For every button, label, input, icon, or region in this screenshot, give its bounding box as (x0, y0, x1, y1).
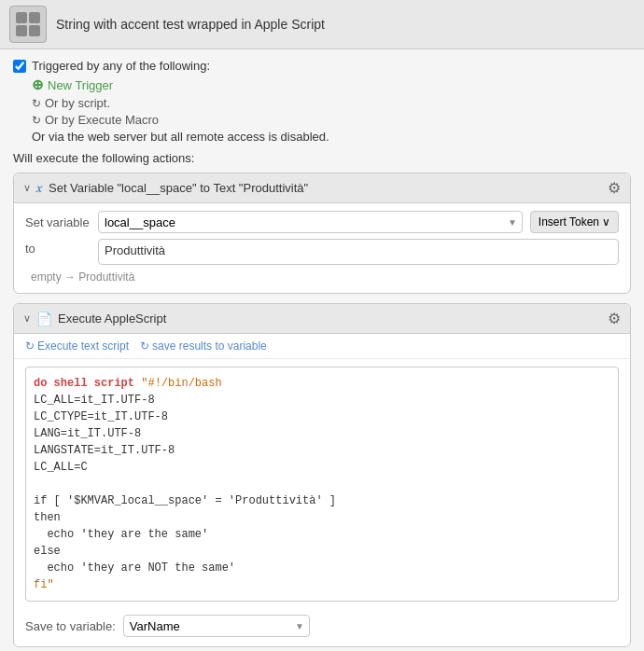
svg-rect-2 (16, 25, 27, 36)
execute-applescript-header: ∨ 📄 Execute AppleScript ⚙ (14, 304, 630, 334)
execute-applescript-header-left: ∨ 📄 Execute AppleScript (23, 312, 166, 326)
execute-applescript-doc-icon: 📄 (36, 312, 52, 326)
execute-applescript-title: Execute AppleScript (58, 312, 166, 326)
svg-rect-0 (16, 12, 27, 23)
action-card-set-variable: ∨ 𝒙 Set Variable "local__space" to Text … (13, 173, 631, 294)
script-line-13: fi" (34, 576, 610, 593)
save-to-label: Save to variable: (25, 619, 116, 633)
macro-icon (9, 6, 47, 43)
main-content: Triggered by any of the following: ⊕ New… (0, 49, 644, 651)
triggered-label: Triggered by any of the following: (32, 59, 210, 73)
script-line-8: if [ '$KMVAR_local__space' = 'Produttivi… (34, 492, 610, 509)
will-execute-label: Will execute the following actions: (13, 151, 194, 165)
script-line-9: then (34, 509, 610, 526)
insert-token-arrow-icon: ∨ (602, 215, 610, 229)
script-arrow-icon: ↻ (32, 97, 41, 110)
svg-rect-3 (29, 25, 40, 36)
script-line-10: echo 'they are the same' (34, 526, 610, 543)
script-line-5: LANGSTATE=it_IT.UTF-8 (34, 442, 610, 459)
svg-rect-1 (29, 12, 40, 23)
set-variable-icon: 𝒙 (36, 180, 43, 196)
or-by-execute[interactable]: ↻ Or by Execute Macro (32, 113, 631, 127)
macro-title: String with accent test wrapped in Apple… (56, 17, 325, 32)
set-variable-gear-icon[interactable]: ⚙ (608, 179, 621, 197)
to-input[interactable]: Produttività (98, 239, 619, 265)
new-trigger-link[interactable]: ⊕ New Trigger (32, 76, 631, 93)
set-variable-select-wrapper: local__space ▼ (98, 211, 523, 233)
script-line-2: LC_ALL=it_IT.UTF-8 (34, 392, 610, 409)
script-line-6: LC_ALL=C (34, 459, 610, 476)
preview-row: empty → Produttività (25, 270, 619, 284)
set-variable-chevron-icon[interactable]: ∨ (23, 182, 31, 194)
script-line-11: else (34, 543, 610, 560)
set-variable-header: ∨ 𝒙 Set Variable "local__space" to Text … (14, 173, 630, 203)
new-trigger-plus: ⊕ (32, 76, 44, 93)
or-by-execute-label: Or by Execute Macro (45, 113, 159, 127)
save-results-option[interactable]: ↻ save results to variable (140, 339, 267, 353)
to-row: to Produttività (25, 239, 619, 265)
script-line-12: echo 'they are NOT the same' (34, 560, 610, 576)
script-line-4: LANG=it_IT.UTF-8 (34, 425, 610, 442)
triggered-checkbox[interactable] (13, 60, 26, 73)
will-execute: Will execute the following actions: (13, 151, 631, 165)
or-via: Or via the web server but all remote acc… (32, 130, 631, 144)
set-variable-row: Set variable local__space ▼ Insert Token… (25, 211, 619, 233)
save-results-label: save results to variable (152, 339, 267, 353)
insert-token-button[interactable]: Insert Token ∨ (530, 211, 619, 233)
execute-text-script-option[interactable]: ↻ Execute text script (25, 339, 129, 353)
script-line-3: LC_CTYPE=it_IT.UTF-8 (34, 409, 610, 425)
execute-options-row: ↻ Execute text script ↻ save results to … (14, 334, 630, 359)
set-variable-title: Set Variable "local__space" to Text "Pro… (49, 181, 308, 195)
execute-loop-icon: ↻ (25, 339, 35, 353)
insert-token-label: Insert Token (539, 215, 599, 229)
or-by-script-label: Or by script. (45, 96, 110, 110)
to-label: to (25, 239, 91, 256)
or-via-label: Or via the web server but all remote acc… (32, 130, 329, 144)
script-line-1: do shell script "#!/bin/bash (34, 375, 610, 392)
set-variable-body: Set variable local__space ▼ Insert Token… (14, 203, 630, 293)
execute-applescript-chevron-icon[interactable]: ∨ (23, 312, 31, 325)
set-variable-header-left: ∨ 𝒙 Set Variable "local__space" to Text … (23, 180, 308, 196)
save-to-select[interactable]: VarName (123, 615, 310, 637)
execute-arrow-icon: ↻ (32, 114, 41, 127)
save-results-loop-icon: ↻ (140, 339, 149, 353)
script-line-7 (34, 476, 610, 492)
title-bar: String with accent test wrapped in Apple… (0, 0, 644, 49)
preview-text: empty → Produttività (31, 270, 134, 284)
or-by-script[interactable]: ↻ Or by script. (32, 96, 631, 110)
action-card-execute-applescript: ∨ 📄 Execute AppleScript ⚙ ↻ Execute text… (13, 303, 631, 647)
set-variable-select[interactable]: local__space (98, 211, 523, 233)
new-trigger-label: New Trigger (48, 78, 113, 92)
save-to-select-wrapper: VarName ▼ (123, 615, 310, 637)
trigger-row: Triggered by any of the following: (13, 59, 631, 73)
script-editor[interactable]: do shell script "#!/bin/bash LC_ALL=it_I… (25, 367, 619, 602)
save-to-row: Save to variable: VarName ▼ (14, 609, 630, 646)
set-variable-label: Set variable (25, 215, 91, 229)
execute-applescript-gear-icon[interactable]: ⚙ (608, 310, 621, 327)
execute-text-script-label: Execute text script (37, 339, 129, 353)
